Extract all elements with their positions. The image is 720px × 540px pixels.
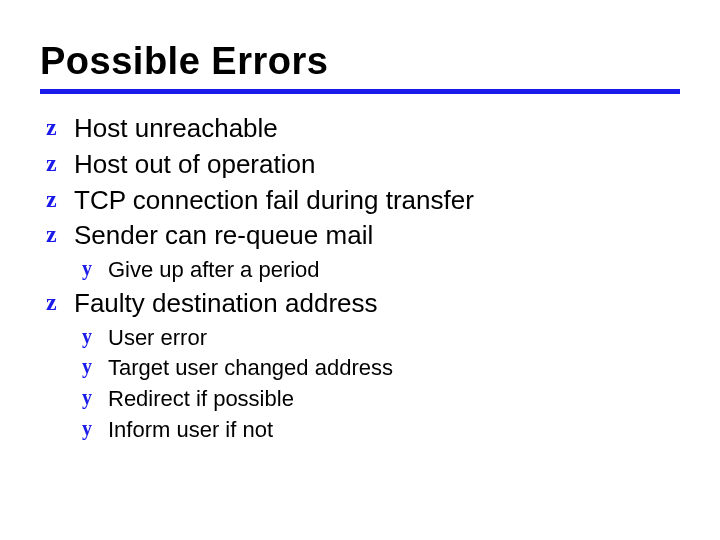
list-item: z Host unreachable bbox=[46, 112, 680, 146]
list-item-text: User error bbox=[108, 323, 207, 353]
bullet-icon: z bbox=[46, 219, 66, 250]
list-item-text: Target user changed address bbox=[108, 353, 393, 383]
list-item-text: Faulty destination address bbox=[74, 287, 378, 321]
bullet-icon: z bbox=[46, 184, 66, 215]
bullet-icon: y bbox=[82, 415, 100, 442]
list-item-text: Host out of operation bbox=[74, 148, 315, 182]
list-item: y Give up after a period bbox=[82, 255, 680, 285]
list-item-text: TCP connection fail during transfer bbox=[74, 184, 474, 218]
bullet-icon: y bbox=[82, 323, 100, 350]
bullet-icon: y bbox=[82, 384, 100, 411]
list-item-text: Sender can re-queue mail bbox=[74, 219, 373, 253]
list-item-text: Host unreachable bbox=[74, 112, 278, 146]
bullet-icon: y bbox=[82, 353, 100, 380]
bullet-icon: z bbox=[46, 287, 66, 318]
slide: Possible Errors z Host unreachable z Hos… bbox=[0, 0, 720, 444]
list-item: z TCP connection fail during transfer bbox=[46, 184, 680, 218]
bullet-icon: z bbox=[46, 148, 66, 179]
bullet-list: z Host unreachable z Host out of operati… bbox=[40, 112, 680, 444]
bullet-icon: z bbox=[46, 112, 66, 143]
list-item: y Target user changed address bbox=[82, 353, 680, 383]
bullet-icon: y bbox=[82, 255, 100, 282]
list-item-text: Redirect if possible bbox=[108, 384, 294, 414]
list-item: z Faulty destination address bbox=[46, 287, 680, 321]
title-underline bbox=[40, 89, 680, 94]
list-item: y Inform user if not bbox=[82, 415, 680, 445]
list-item: z Sender can re-queue mail bbox=[46, 219, 680, 253]
list-item: y Redirect if possible bbox=[82, 384, 680, 414]
list-item-text: Give up after a period bbox=[108, 255, 320, 285]
list-item-text: Inform user if not bbox=[108, 415, 273, 445]
list-item: y User error bbox=[82, 323, 680, 353]
slide-title: Possible Errors bbox=[40, 40, 680, 83]
list-item: z Host out of operation bbox=[46, 148, 680, 182]
